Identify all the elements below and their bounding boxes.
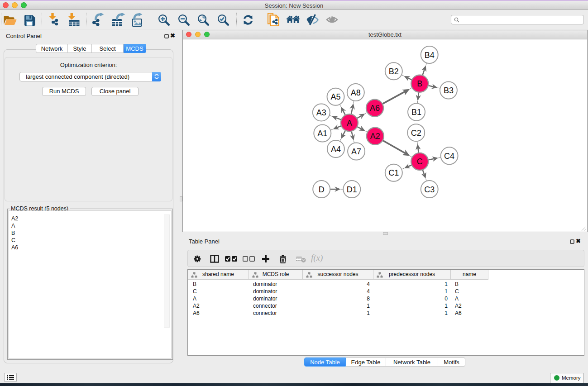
svg-text:A: A — [347, 119, 352, 128]
svg-text:C4: C4 — [444, 152, 454, 161]
svg-text:B1: B1 — [411, 108, 421, 117]
svg-text:A3: A3 — [316, 108, 326, 117]
svg-text:A5: A5 — [330, 92, 340, 101]
svg-text:A1: A1 — [317, 129, 327, 138]
svg-text:C: C — [417, 157, 423, 166]
svg-text:A4: A4 — [331, 145, 341, 154]
svg-text:A8: A8 — [351, 88, 361, 97]
svg-text:A7: A7 — [351, 147, 361, 156]
svg-text:C3: C3 — [424, 185, 435, 194]
svg-text:B3: B3 — [444, 86, 454, 95]
svg-text:D: D — [319, 185, 325, 194]
svg-text:A6: A6 — [370, 104, 380, 113]
svg-text:B2: B2 — [389, 67, 399, 76]
svg-text:C2: C2 — [411, 129, 421, 138]
svg-text:D1: D1 — [347, 185, 357, 194]
svg-text:C1: C1 — [388, 168, 399, 177]
svg-text:B: B — [417, 79, 422, 88]
svg-text:B4: B4 — [425, 51, 435, 60]
svg-text:A2: A2 — [370, 132, 380, 141]
